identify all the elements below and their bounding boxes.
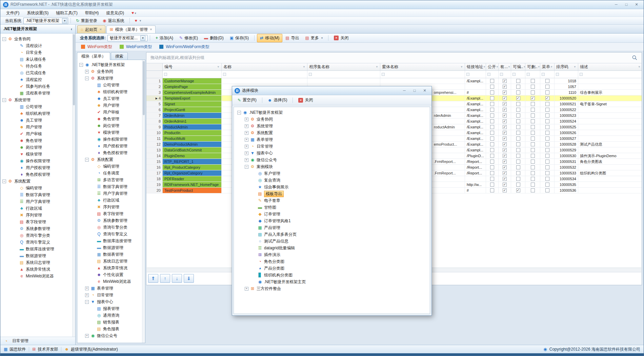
sidebar-nav-item[interactable]: ★流程监控 [0,76,75,83]
row-number-cell[interactable]: 19 [146,182,163,187]
checkbox-unchecked[interactable] [490,177,494,181]
checkbox-unchecked[interactable] [545,113,549,118]
module-tree-item[interactable]: −⚙系统管理 [79,75,141,82]
column-header[interactable]: 公开▼ [486,63,499,70]
description-cell[interactable] [578,165,642,170]
collapse-icon[interactable]: − [237,111,241,114]
checkbox-checked[interactable]: ✓ [503,108,507,112]
sort-code-cell[interactable]: 10000533 [555,170,578,176]
checkbox-checked[interactable]: ✓ [516,188,520,192]
tree-panel-tab[interactable]: 搜索 [111,52,128,60]
module-code-cell[interactable]: ProductAdmin [163,124,222,130]
sidebar-nav-item[interactable]: ☻角色管理 [0,137,75,144]
sort-code-cell[interactable]: 10000536 [555,188,578,193]
sort-code-cell[interactable]: 10000527 [555,136,578,141]
expand-icon[interactable]: + [245,287,248,291]
checkbox-unchecked[interactable] [545,90,549,95]
system-select-combo[interactable]: 敏捷开发框架... ▼ [107,35,147,41]
dialog-tree-item[interactable]: ◔角色分类图 [236,258,428,265]
move-down-button[interactable]: ↓ [172,274,182,283]
filter-cell[interactable] [540,71,555,78]
collapse-icon[interactable]: − [2,180,6,183]
tree-panel-tab[interactable]: 模块（菜单） [77,52,110,60]
module-tree-item[interactable]: ☻用户管理 [79,102,141,109]
search-icon[interactable] [632,55,638,61]
sort-code-cell[interactable]: 10000526 [555,130,578,135]
dialog-tree-item[interactable]: ☰datagrid批量编辑 [236,245,428,251]
sidebar-nav-item[interactable]: ▤表字段管理 [0,218,75,225]
tab-close-icon[interactable]: ✕ [99,28,102,31]
tab-start-page[interactable]: ⌂起始页✕ [77,25,105,33]
sidebar-nav-item[interactable]: ▥公司管理 [0,103,75,110]
module-code-cell[interactable]: ProjectGantt [163,107,222,112]
module-code-cell[interactable]: DataGridBatchCommit [163,147,222,153]
description-cell[interactable] [578,136,642,141]
toolbar-button[interactable]: +添加(A) [153,34,176,42]
module-code-cell[interactable]: OrderAdmin [163,113,222,118]
module-tree-item[interactable]: ◎查询引擎分类 [79,224,141,231]
checkbox-unchecked[interactable] [490,125,494,129]
filter-cell[interactable] [486,71,499,78]
description-cell[interactable] [578,78,642,84]
assembly-name-cell[interactable] [307,78,380,84]
link-address-cell[interactable]: http://w... [465,182,486,187]
dialog-tree-item[interactable]: ⊞插件演示 [236,251,428,258]
link-address-cell[interactable]: /Exampl... [465,107,486,112]
menu-item[interactable]: 辅助工具(T) [52,9,81,17]
row-number-cell[interactable]: 12 [146,142,163,147]
sort-code-cell[interactable]: 10000534 [555,176,578,182]
checkbox-unchecked[interactable] [531,113,535,118]
checkbox-unchecked[interactable] [490,131,494,135]
module-tree-item[interactable]: ♥模块管理 [79,129,141,136]
sort-code-cell[interactable]: 1057 [555,84,578,89]
dialog-tree-item[interactable]: ▦产品管理 [236,224,428,231]
checkbox-unchecked[interactable] [531,119,535,123]
checkbox-unchecked[interactable] [531,188,535,192]
module-tree-item[interactable]: ▲系统异常情况 [79,265,141,271]
filter-cell[interactable] [163,71,222,78]
module-tree-item[interactable]: eMiniWeb浏览器 [79,278,141,285]
sort-code-cell[interactable]: 10000520 [555,96,578,101]
checkbox-unchecked[interactable] [490,102,494,106]
module-tree-item[interactable]: ▬数据源管理 [79,244,141,251]
module-tree-item[interactable]: ⊞多语言管理 [79,176,141,183]
description-cell[interactable] [578,176,642,182]
description-cell[interactable] [578,107,642,112]
dialog-tree-item[interactable]: +⚙系统配置 [236,129,428,136]
sidebar-nav-item[interactable]: ☻用户管理 [0,124,75,130]
sidebar-nav-item[interactable]: ✔我参与的任务 [0,83,75,90]
sidebar-nav-item[interactable]: ▤未认领任务 [0,56,75,63]
row-number-cell[interactable]: 1 [146,78,163,84]
module-code-cell[interactable]: TestFormProduct [163,188,222,193]
row-number-cell[interactable]: 11 [146,136,163,141]
filter-funnel-icon[interactable]: ▼ [496,65,499,68]
link-address-cell[interactable]: /PluginD... [465,153,486,159]
filter-funnel-icon[interactable]: ▼ [508,65,510,68]
checkbox-unchecked[interactable] [531,142,535,146]
sidebar-nav-item[interactable]: ◔日常业务 [0,49,75,56]
checkbox-unchecked[interactable] [516,171,520,175]
toolbar-button[interactable]: ▬删除(D) [201,34,227,42]
expand-icon[interactable]: + [245,131,248,135]
row-number-cell[interactable]: 20 [146,188,163,193]
sidebar-nav-item[interactable]: ▬数据库连接管理 [0,246,75,252]
link-address-cell[interactable]: /Exampl... [465,136,486,141]
dialog-tree-item[interactable]: ◉.NET敏捷开发框架主页 [236,278,428,285]
filter-funnel-icon[interactable]: ▼ [638,65,641,68]
checkbox-unchecked[interactable] [531,154,535,158]
column-header[interactable]: 名称▼ [222,63,307,70]
checkbox-unchecked[interactable] [490,165,494,169]
module-code-cell[interactable]: PluginDemo [163,153,222,159]
dialog-tree-item[interactable]: ▬甘特图 [236,204,428,211]
checkbox-unchecked[interactable] [531,137,535,141]
checkbox-unchecked[interactable] [545,131,549,135]
sidebar-footer-group[interactable]: ◔日常管理 [0,337,75,345]
sort-code-cell[interactable]: 10000522 [555,107,578,112]
sidebar-nav-item[interactable]: ▲系统异常情况 [0,266,75,273]
filter-cell[interactable] [465,71,486,78]
column-header[interactable]: 排序码▼ [555,63,578,70]
filter-cell[interactable] [555,71,578,78]
toolbar-button[interactable]: ▤导出 [282,34,302,42]
description-cell[interactable] [578,182,642,187]
checkbox-unchecked[interactable] [490,90,494,95]
